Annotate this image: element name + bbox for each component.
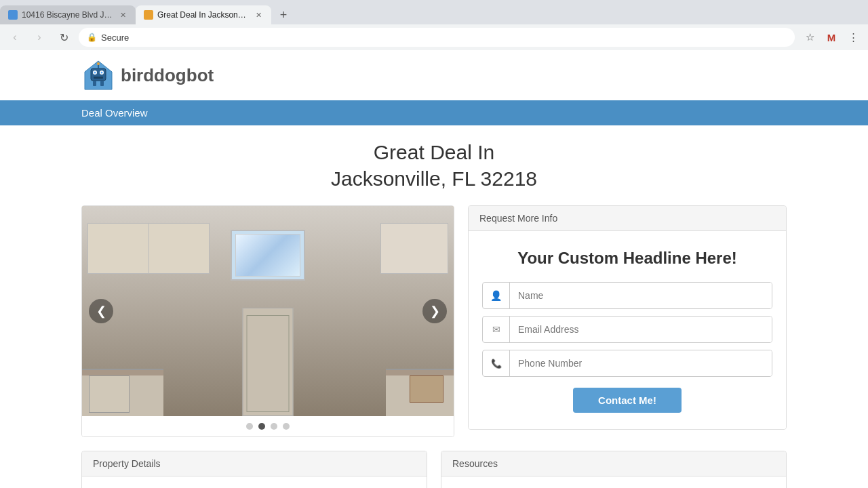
back-button[interactable]: ‹: [5, 28, 24, 47]
tab-2-label: Great Deal In Jacksonvill...: [157, 10, 250, 20]
object: [410, 375, 443, 403]
carousel-container: ❮ ❯: [81, 205, 454, 437]
phone-form-group: 📞: [482, 350, 772, 377]
window: [231, 230, 305, 281]
page-title: Great Deal In Jacksonville, FL 32218: [81, 139, 787, 192]
menu-button[interactable]: ⋮: [844, 28, 863, 47]
cabinet-right: [380, 223, 448, 274]
phone-icon: 📞: [483, 350, 510, 376]
appliance: [89, 375, 130, 413]
address-bar[interactable]: 🔒 Secure: [79, 28, 795, 47]
bottom-row: Property Details Resources: [81, 451, 787, 488]
svg-rect-10: [100, 81, 104, 86]
svg-rect-1: [91, 68, 106, 81]
address-text: Secure: [101, 33, 787, 43]
bookmark-button[interactable]: ☆: [800, 28, 819, 47]
carousel-dot-2[interactable]: [258, 423, 265, 430]
deal-title: Great Deal In Jacksonville, FL 32218: [81, 139, 787, 192]
logo-icon: [81, 58, 115, 92]
browser-chrome: 10416 Biscayne Blvd Jac... ✕ Great Deal …: [0, 0, 868, 50]
property-details-card: Property Details: [81, 451, 427, 488]
tab-1-favicon: [8, 10, 18, 20]
name-form-group: 👤: [482, 282, 772, 309]
reload-button[interactable]: ↻: [54, 28, 73, 47]
logo-text: birddogbot: [121, 65, 214, 86]
kitchen-background: [82, 206, 454, 416]
property-details-label: Property Details: [93, 458, 161, 469]
resources-header: Resources: [441, 451, 786, 476]
carousel-dot-1[interactable]: [246, 423, 253, 430]
resources-card: Resources: [441, 451, 787, 488]
svg-rect-9: [93, 81, 96, 86]
carousel-prev-button[interactable]: ❮: [89, 299, 113, 323]
request-more-info-label: Request More Info: [479, 213, 557, 224]
deal-overview-label: Deal Overview: [81, 107, 148, 119]
svg-point-4: [94, 72, 96, 74]
email-input[interactable]: [510, 317, 772, 342]
contact-panel: Request More Info Your Custom Headline H…: [468, 205, 787, 430]
carousel-dots: [82, 416, 454, 436]
carousel-dot-3[interactable]: [271, 423, 277, 430]
main-content: Great Deal In Jacksonville, FL 32218: [0, 125, 868, 488]
email-icon: ✉: [483, 317, 510, 342]
svg-rect-6: [94, 77, 103, 79]
contact-panel-body: Your Custom Headline Here! 👤 ✉: [469, 231, 786, 429]
logo-container: birddogbot: [81, 58, 787, 92]
address-bar-row: ‹ › ↻ 🔒 Secure ☆ M ⋮: [0, 24, 868, 50]
gmail-button[interactable]: M: [822, 28, 841, 47]
contact-headline: Your Custom Headline Here!: [482, 247, 772, 268]
tab-2-favicon: [144, 10, 153, 20]
name-input[interactable]: [510, 283, 772, 308]
svg-point-8: [97, 62, 100, 65]
door: [243, 308, 294, 416]
forward-button[interactable]: ›: [30, 28, 49, 47]
new-tab-button[interactable]: +: [274, 5, 293, 24]
tab-1-close[interactable]: ✕: [118, 10, 127, 20]
kitchen-details: [82, 206, 454, 416]
tab-1[interactable]: 10416 Biscayne Blvd Jac... ✕: [0, 5, 136, 24]
email-form-group: ✉: [482, 316, 772, 343]
resources-body: [441, 476, 786, 488]
page-content: birddogbot Deal Overview Great Deal In J…: [0, 50, 868, 488]
tab-2[interactable]: Great Deal In Jacksonvill... ✕: [136, 5, 271, 24]
resources-label: Resources: [452, 458, 498, 469]
svg-point-5: [101, 72, 103, 74]
carousel-dot-4[interactable]: [283, 423, 290, 430]
tab-bar: 10416 Biscayne Blvd Jac... ✕ Great Deal …: [0, 0, 868, 24]
door-panel: [247, 315, 290, 412]
carousel-image: ❮ ❯: [82, 206, 454, 416]
deal-overview-bar: Deal Overview: [0, 100, 868, 125]
name-icon: 👤: [483, 283, 510, 308]
logo-area: birddogbot: [0, 50, 868, 100]
property-details-body: [82, 476, 427, 488]
phone-input[interactable]: [510, 350, 772, 376]
lock-icon: 🔒: [87, 33, 97, 42]
carousel-next-button[interactable]: ❯: [422, 299, 447, 323]
contact-submit-button[interactable]: Contact Me!: [573, 388, 682, 413]
tab-1-label: 10416 Biscayne Blvd Jac...: [22, 10, 114, 20]
cabinet-left: [87, 223, 210, 274]
toolbar-actions: ☆ M ⋮: [800, 28, 863, 47]
property-details-header: Property Details: [82, 451, 427, 476]
content-row: ❮ ❯ Request More Info Your Custom Headli…: [81, 205, 787, 437]
tab-2-close[interactable]: ✕: [254, 10, 263, 20]
contact-panel-header: Request More Info: [469, 206, 786, 231]
